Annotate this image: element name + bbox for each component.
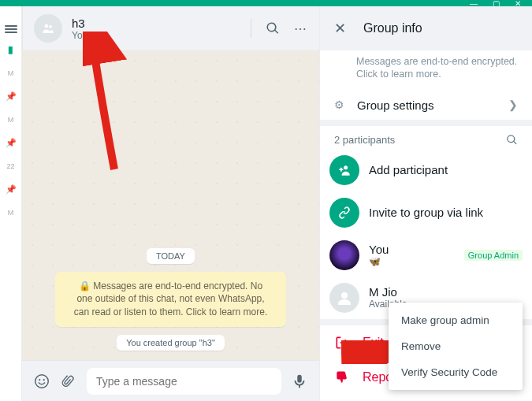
avatar: [329, 240, 359, 270]
info-title: Group info: [363, 21, 422, 35]
svg-point-6: [341, 292, 348, 299]
mic-icon[interactable]: [291, 373, 308, 390]
chat-list-unread-indicator: ▮: [8, 44, 13, 55]
chat-list-item[interactable]: M: [8, 116, 14, 124]
svg-point-3: [39, 379, 40, 381]
chevron-right-icon: ❯: [508, 98, 518, 111]
svg-point-5: [344, 165, 348, 169]
menu-icon[interactable]: [5, 28, 17, 30]
encryption-hint[interactable]: Messages are end-to-end encrypted. Click…: [320, 50, 532, 91]
group-avatar[interactable]: [34, 14, 62, 43]
system-message: You created group "h3": [117, 335, 225, 351]
group-settings-row[interactable]: ⚙ Group settings ❯: [320, 91, 532, 120]
gear-icon: ⚙: [334, 98, 344, 111]
emoji-icon[interactable]: [33, 373, 50, 390]
svg-point-1: [49, 25, 52, 28]
add-person-icon: [329, 155, 359, 185]
info-header: ✕ Group info: [320, 6, 532, 50]
pin-icon: 📌: [6, 91, 17, 102]
chat-title-area[interactable]: h3 You, M: [72, 17, 241, 41]
chat-body: TODAY 🔒 Messages are end-to-end encrypte…: [22, 50, 319, 360]
search-icon[interactable]: [506, 134, 518, 146]
invite-link-label: Invite to group via link: [369, 206, 523, 219]
attach-icon[interactable]: [57, 369, 81, 393]
pin-icon: 📌: [6, 184, 17, 195]
group-settings-label: Group settings: [357, 98, 496, 112]
pin-icon: 📌: [6, 138, 17, 148]
svg-point-2: [35, 374, 49, 388]
chat-list-strip: ▮ M 📌 M 📌 22 📌 M: [0, 6, 22, 401]
invite-link-button[interactable]: Invite to group via link: [320, 191, 532, 234]
more-icon[interactable]: ⋯: [294, 21, 308, 36]
search-icon[interactable]: [266, 21, 280, 35]
message-input[interactable]: [87, 368, 281, 395]
encryption-notice[interactable]: 🔒 Messages are end-to-end encrypted. No …: [55, 272, 286, 327]
link-icon: [329, 198, 359, 228]
svg-point-4: [43, 379, 45, 381]
participant-name: M Jio: [369, 285, 523, 299]
chat-list-item[interactable]: M: [8, 209, 14, 217]
chat-header: h3 You, M ⋯: [22, 6, 319, 50]
menu-make-admin[interactable]: Make group admin: [389, 307, 523, 333]
compose-bar: [22, 360, 319, 401]
chat-pane: h3 You, M ⋯ TODAY 🔒 Messages are end-to-…: [22, 6, 319, 401]
add-participant-label: Add participant: [369, 163, 523, 176]
chat-list-item[interactable]: M: [8, 69, 14, 77]
participant-context-menu: Make group admin Remove Verify Security …: [389, 303, 523, 390]
window-titlebar: — ▢ ✕: [0, 0, 532, 6]
close-icon[interactable]: ✕: [334, 20, 346, 37]
participant-name: You: [369, 243, 455, 256]
participants-count: 2 participants: [334, 134, 395, 146]
group-icon: [41, 21, 55, 35]
chat-subtitle: You, M: [72, 30, 241, 41]
chat-title: h3: [72, 17, 241, 30]
menu-verify[interactable]: Verify Security Code: [389, 359, 523, 385]
date-pill: TODAY: [147, 248, 195, 264]
admin-badge: Group Admin: [464, 250, 523, 261]
add-participant-button[interactable]: Add participant: [320, 149, 532, 191]
participants-header: 2 participants: [320, 126, 532, 149]
divider: [251, 19, 251, 38]
thumbs-down-icon: [334, 369, 350, 385]
svg-point-0: [45, 24, 49, 28]
avatar: [329, 283, 359, 313]
exit-icon: [334, 335, 350, 351]
participant-status: 🦋: [369, 256, 455, 267]
participant-you[interactable]: You 🦋 Group Admin: [320, 234, 532, 277]
menu-remove[interactable]: Remove: [389, 333, 523, 359]
chat-list-item[interactable]: 22: [6, 162, 14, 170]
